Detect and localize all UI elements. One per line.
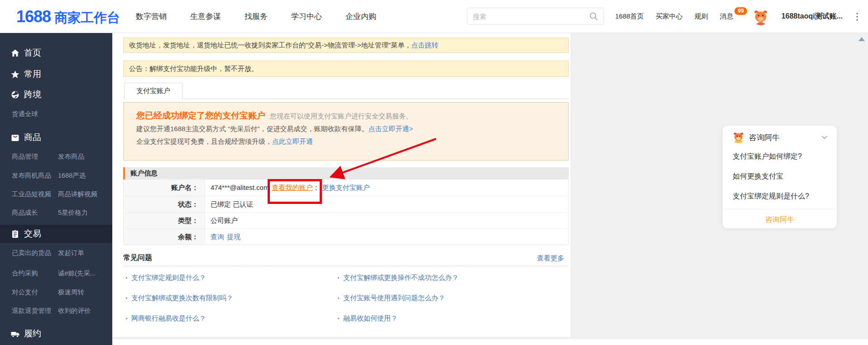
- message-count-badge: 99: [734, 7, 747, 15]
- view-my-account-link[interactable]: 查看我的账户: [272, 184, 312, 191]
- search-icon[interactable]: [589, 12, 598, 21]
- star-icon: [11, 70, 19, 79]
- logo-text: 商家工作台: [54, 9, 120, 27]
- table-row-account-name: 账户名： 474***@alitest.com查看我的账户；更换支付宝账户: [124, 180, 568, 196]
- tab-bar: 支付宝账户: [123, 83, 569, 99]
- scroll-up-icon[interactable]: [858, 37, 865, 41]
- sidebar-item-crossborder[interactable]: 跨境: [0, 85, 112, 104]
- chevron-down-icon[interactable]: [820, 133, 829, 142]
- top-header: 1688 商家工作台 数字营销 生意参谋 找服务 学习中心 企业内购 1688首…: [0, 0, 868, 33]
- tab-alipay-account[interactable]: 支付宝账户: [124, 83, 182, 99]
- bind-success-title: 您已经成功绑定了您的支付宝账户: [136, 110, 265, 122]
- row-label: 类型：: [124, 213, 205, 228]
- sidebar-item-5star-price[interactable]: 5星价格力: [58, 208, 88, 217]
- bull-avatar-icon: [752, 8, 769, 25]
- globe-icon: [11, 90, 19, 99]
- announcement-bar: 公告：解绑支付宝功能升级中，暂不开放。: [123, 61, 569, 77]
- account-name[interactable]: 1688taoqi测试账...: [782, 12, 843, 21]
- bullet-icon: [338, 277, 339, 279]
- upgrade-now-link[interactable]: 点此立即开通: [272, 137, 313, 145]
- nav-learning-center[interactable]: 学习中心: [291, 11, 322, 22]
- view-more-link[interactable]: 查看更多: [537, 254, 564, 263]
- sidebar-item-contract-purchase[interactable]: 合约采购: [12, 269, 38, 278]
- sidebar-item-received-reviews[interactable]: 收到的评价: [58, 307, 91, 315]
- faq-link-rongyishou[interactable]: 网商银行融易收是什么？: [126, 314, 338, 323]
- withdraw-link[interactable]: 提现: [227, 233, 240, 241]
- sidebar-item-trade[interactable]: 交易: [0, 225, 112, 243]
- faq-link-account-problem[interactable]: 支付宝账号使用遇到问题怎么办？: [338, 294, 569, 302]
- address-jump-link[interactable]: 点击跳转: [411, 41, 438, 49]
- link-1688-home[interactable]: 1688首页: [615, 12, 643, 21]
- table-row-balance: 余额： 查询提现: [124, 228, 568, 245]
- nav-business-advisor[interactable]: 生意参谋: [190, 11, 221, 22]
- sidebar-sub-row: 已卖出的货品 发起订单: [0, 244, 112, 262]
- change-alipay-link[interactable]: 更换支付宝账户: [322, 184, 369, 191]
- sidebar-item-global-goods[interactable]: 货通全球: [12, 110, 38, 118]
- overflow-menu-icon[interactable]: [854, 11, 860, 23]
- type-value: 公司账户: [205, 213, 568, 228]
- logo-number: 1688: [16, 7, 51, 26]
- sidebar-sub-row: 退款退货管理 收到的评价: [0, 302, 112, 320]
- account-name-value: 474***@alitest.com: [211, 184, 269, 191]
- search-input[interactable]: [467, 13, 589, 20]
- address-notice-text: 收货地址，发货地址，退货地址已统一收拢到卖家工作台的"交易->物流管理->地址管…: [129, 41, 411, 49]
- sidebar-sub-row: 对公支付 极速周转: [0, 283, 112, 301]
- sidebar-item-corporate-payment[interactable]: 对公支付: [12, 288, 38, 297]
- faq-link-change-limit[interactable]: 支付宝解绑或更换次数有限制吗？: [126, 294, 338, 302]
- nav-digital-marketing[interactable]: 数字营销: [136, 11, 167, 22]
- consult-aniu-button[interactable]: 咨询阿牛: [723, 209, 837, 230]
- account-info-table: 账户名： 474***@alitest.com查看我的账户；更换支付宝账户 状态…: [123, 180, 569, 245]
- avatar[interactable]: [752, 8, 770, 26]
- nav-find-services[interactable]: 找服务: [245, 11, 268, 22]
- logo-1688[interactable]: 1688 商家工作台: [16, 7, 120, 27]
- link-messages[interactable]: 消息 99: [720, 12, 734, 21]
- sidebar-item-1688-select[interactable]: 1688严选: [58, 171, 86, 180]
- sidebar-item-favorites[interactable]: 常用: [0, 65, 112, 83]
- faq-link-binding-rules[interactable]: 支付宝绑定规则是什么？: [126, 274, 338, 282]
- sidebar-sub-row: 商品成长 5星价格力: [0, 203, 112, 222]
- sidebar-item-products[interactable]: 商品: [0, 128, 112, 147]
- query-balance-link[interactable]: 查询: [211, 233, 224, 241]
- sidebar-item-fulfillment[interactable]: 履约: [0, 325, 112, 343]
- sidebar-item-refund-management[interactable]: 退款退货管理: [12, 307, 51, 315]
- sidebar-sub-row: 合约采购 诚e赊(先采...: [0, 264, 112, 282]
- consult-question-how-to-bind[interactable]: 支付宝账户如何绑定?: [723, 147, 837, 166]
- consult-question-how-to-change[interactable]: 如何更换支付宝: [723, 166, 837, 186]
- bullet-icon: [338, 318, 339, 319]
- sidebar-item-fast-turnover[interactable]: 极速周转: [58, 288, 84, 297]
- sidebar-item-create-order[interactable]: 发起订单: [58, 249, 84, 257]
- consult-question-binding-rules[interactable]: 支付宝绑定规则是什么?: [723, 186, 837, 206]
- sidebar-item-cheng-e-credit[interactable]: 诚e赊(先采...: [58, 269, 96, 278]
- sidebar-item-publish-opportunity[interactable]: 发布商机商品: [12, 171, 51, 180]
- sidebar-item-product-management[interactable]: 商品管理: [12, 152, 38, 161]
- faq-title: 常见问题: [123, 254, 152, 261]
- sidebar-item-home[interactable]: 首页: [0, 44, 112, 62]
- faq-link-rongyishou-usage[interactable]: 融易收如何使用？: [338, 314, 569, 323]
- account-info-header: 账户信息: [123, 167, 569, 180]
- table-row-type: 类型： 公司账户: [124, 212, 568, 228]
- row-label: 状态：: [124, 196, 205, 212]
- link-buyer-center[interactable]: 买家中心: [656, 12, 683, 21]
- consult-card-title: 咨询阿牛: [749, 132, 820, 143]
- top-navigation: 数字营销 生意参谋 找服务 学习中心 企业内购: [136, 0, 376, 33]
- search-box: [467, 8, 604, 25]
- open-now-link[interactable]: 点击立即开通>: [369, 125, 413, 132]
- account-info-title: 账户信息: [130, 169, 158, 178]
- sidebar-sub-row: 货通全球: [0, 105, 112, 123]
- bind-suggestion-text: 建议您开通1688主流交易方式 “先采后付”，促进交易成交，账期收款有保障。: [136, 125, 369, 132]
- table-row-status: 状态： 已绑定 已认证: [124, 196, 568, 212]
- sidebar-item-product-growth[interactable]: 商品成长: [12, 208, 38, 217]
- bind-success-subtitle: 您现在可以使用支付宝账户进行安全交易服务。: [270, 112, 412, 121]
- nav-enterprise-purchase[interactable]: 企业内购: [345, 11, 376, 22]
- faq-link-unbind-fail[interactable]: 支付宝解绑或更换操作不成功怎么办？: [338, 274, 569, 282]
- link-rules[interactable]: 规则: [695, 12, 708, 21]
- bullet-icon: [126, 298, 127, 299]
- sidebar-item-product-video[interactable]: 商品讲解视频: [58, 190, 97, 198]
- main-content: 收货地址，发货地址，退货地址已统一收拢到卖家工作台的"交易->物流管理->地址管…: [112, 33, 571, 337]
- sidebar-item-publish-product[interactable]: 发布商品: [58, 152, 84, 161]
- clipboard-icon: [11, 230, 19, 238]
- sidebar-item-sold-goods[interactable]: 已卖出的货品: [12, 249, 51, 257]
- footer-strip: [112, 339, 868, 345]
- truck-icon: [11, 330, 19, 338]
- sidebar-item-industrial-video[interactable]: 工业品短视频: [12, 190, 51, 198]
